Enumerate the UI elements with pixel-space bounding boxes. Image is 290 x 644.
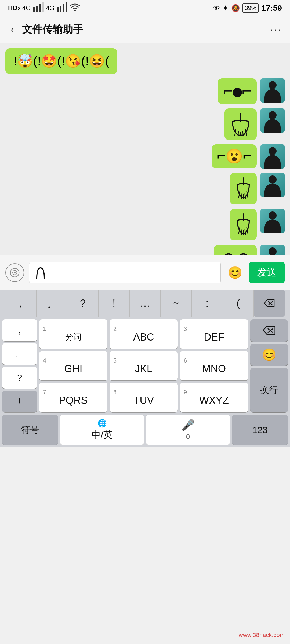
svg-rect-5 (60, 6, 61, 12)
message-row: ⌐●⌐ (5, 78, 285, 104)
message-bubble (230, 209, 257, 240)
key-123[interactable]: 123 (232, 415, 288, 445)
key-newline[interactable]: 换行 (250, 368, 288, 412)
back-button[interactable]: ‹ (8, 21, 17, 38)
message-bubble: ⌐😮⌐ (212, 144, 257, 168)
battery-icon: 39% (242, 3, 259, 13)
key-label: PQRS (59, 395, 88, 405)
punct-question[interactable]: ? (67, 290, 99, 317)
punct-delete[interactable] (254, 290, 285, 317)
status-time: 17:59 (261, 3, 282, 13)
key-mno[interactable]: 6 MNO (180, 351, 248, 380)
key-period-left[interactable]: 。 (2, 343, 37, 365)
svg-rect-0 (33, 7, 35, 12)
message-bubble: !🤯(!🤩(!😘(!😆( (5, 48, 117, 74)
space-label: 0 (186, 433, 190, 441)
status-right: 👁 ✦ 🔕 39% 17:59 (213, 3, 282, 13)
avatar (260, 173, 285, 197)
newline-label: 换行 (260, 384, 278, 396)
key-label: ABC (133, 332, 154, 342)
watermark: www.38hack.com (239, 632, 285, 639)
punct-tilde[interactable]: ~ (161, 290, 192, 317)
avatar (260, 209, 285, 233)
svg-rect-6 (63, 4, 64, 12)
text-cursor (48, 267, 48, 279)
key-exclaim-left[interactable]: ! (2, 391, 37, 412)
chat-area: !🤯(!🤩(!😘(!😆( ⌐●⌐ ⌐😮⌐ (0, 43, 290, 255)
status-left: HD₂ 4G 4G (8, 2, 80, 14)
handwrite-char-svg (230, 112, 251, 136)
key-number: 3 (184, 326, 187, 332)
bluetooth-icon: ✦ (223, 4, 229, 12)
status-bars2 (57, 2, 67, 14)
key-number: 9 (184, 389, 187, 395)
key-tuv[interactable]: 8 TUV (110, 383, 178, 412)
key-emoji[interactable]: 😊 (250, 344, 288, 366)
message-row (5, 173, 285, 204)
voice-button[interactable] (5, 263, 24, 282)
key-number: 7 (43, 389, 46, 395)
send-button[interactable]: 发送 (249, 262, 285, 283)
svg-line-13 (243, 131, 243, 136)
input-area: 😊 发送 (0, 255, 290, 290)
keyboard-bottom-row: 符号 🌐 中/英 🎤 0 123 (0, 415, 290, 447)
message-row (5, 209, 285, 240)
key-number: 2 (113, 326, 117, 332)
svg-rect-3 (42, 2, 44, 12)
key-label: TUV (133, 395, 154, 405)
message-row: ⌐😮⌐ (5, 144, 285, 169)
key-jkl[interactable]: 5 JKL (110, 351, 178, 380)
punct-comma[interactable]: , (5, 290, 37, 317)
emoji-button[interactable]: 😊 (226, 263, 244, 282)
message-text: !🤯(!🤩(!😘(!😆( (13, 54, 109, 69)
keyboard-right-col: 😊 换行 (250, 319, 288, 412)
punct-colon[interactable]: : (192, 290, 223, 317)
key-symbol[interactable]: 符号 (2, 415, 58, 445)
status-wifi (70, 3, 80, 13)
key-wxyz[interactable]: 9 WXYZ (180, 383, 248, 412)
svg-rect-4 (57, 7, 59, 12)
key-question-left[interactable]: ? (2, 367, 37, 389)
message-text: ⌐●⌐ (223, 82, 251, 100)
key-abc[interactable]: 2 ABC (110, 319, 178, 349)
key-number: 4 (43, 358, 46, 364)
key-label: MNO (202, 364, 226, 374)
svg-rect-1 (36, 6, 38, 12)
key-def[interactable]: 3 DEF (180, 319, 248, 349)
nav-bar: ‹ 文件传输助手 ··· (0, 16, 290, 43)
key-comma-left[interactable]: , (2, 319, 37, 341)
message-row (5, 245, 285, 255)
svg-rect-2 (39, 4, 41, 12)
key-number: 5 (113, 358, 117, 364)
key-lang-switch[interactable]: 🌐 中/英 (60, 415, 144, 445)
svg-line-25 (245, 230, 245, 235)
svg-line-11 (238, 131, 238, 136)
handwrite-char-svg (235, 213, 251, 237)
key-space[interactable]: 🎤 0 (146, 415, 230, 445)
punct-exclaim[interactable]: ! (99, 290, 130, 317)
punct-paren[interactable]: ( (223, 290, 254, 317)
message-bubble (230, 173, 257, 204)
lang-label: 中/英 (92, 429, 112, 441)
avatar (260, 245, 285, 255)
key-backspace[interactable] (250, 319, 288, 342)
status-bar: HD₂ 4G 4G (0, 0, 290, 16)
punct-period[interactable]: 。 (37, 290, 68, 317)
key-number: 8 (113, 389, 117, 395)
status-signal: HD₂ (8, 4, 20, 12)
nav-title: 文件传输助手 (22, 23, 270, 36)
svg-line-19 (245, 194, 245, 199)
key-fenci[interactable]: 1 分词 (39, 319, 107, 349)
punct-ellipsis[interactable]: … (130, 290, 161, 317)
handwrite-char-svg (219, 248, 251, 255)
num-label: 123 (252, 425, 268, 435)
key-pqrs[interactable]: 7 PQRS (39, 383, 107, 412)
globe-icon: 🌐 (97, 419, 107, 428)
text-input[interactable] (29, 262, 221, 283)
key-ghi[interactable]: 4 GHI (39, 351, 107, 380)
more-button[interactable]: ··· (270, 23, 282, 35)
status-bars (33, 2, 44, 14)
key-label: 分词 (65, 332, 81, 343)
eye-icon: 👁 (213, 4, 220, 12)
input-text (35, 265, 46, 281)
